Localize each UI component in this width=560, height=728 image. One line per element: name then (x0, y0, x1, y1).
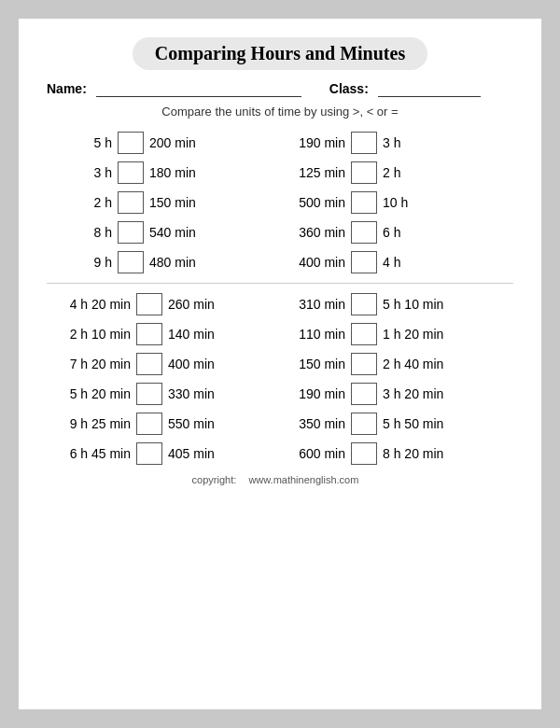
simple-row-left: 5 h 200 min (47, 132, 280, 154)
worksheet-title: Comparing Hours and Minutes (133, 37, 427, 70)
right-value: 260 min (168, 297, 224, 312)
compound-row: 6 h 45 min 405 min 600 min 8 h 20 min (47, 442, 513, 465)
answer-box[interactable] (136, 293, 162, 315)
compound-row: 9 h 25 min 550 min 350 min 5 h 50 min (47, 413, 513, 435)
right-value: 405 min (168, 446, 224, 461)
simple-row: 3 h 180 min 125 min 2 h (47, 161, 513, 184)
answer-box[interactable] (351, 251, 377, 273)
answer-box[interactable] (351, 191, 377, 214)
right2-value: 6 h (383, 225, 420, 240)
answer-box[interactable] (351, 323, 377, 345)
answer-box[interactable] (136, 413, 162, 435)
worksheet-page: Comparing Hours and Minutes Name: Class:… (19, 19, 541, 709)
answer-box[interactable] (351, 221, 377, 244)
answer-box[interactable] (118, 221, 144, 244)
title-wrapper: Comparing Hours and Minutes (47, 37, 513, 70)
right-value: 550 min (168, 416, 224, 431)
compound-section: 4 h 20 min 260 min 310 min 5 h 10 min 2 … (47, 293, 513, 465)
answer-box[interactable] (136, 323, 162, 345)
right2-value: 5 h 10 min (383, 297, 457, 312)
right-value: 400 min (168, 357, 224, 371)
compound-row-right: 600 min 8 h 20 min (280, 442, 513, 465)
simple-row: 8 h 540 min 360 min 6 h (47, 221, 513, 244)
left2-value: 600 min (280, 446, 345, 461)
compound-row: 2 h 10 min 140 min 110 min 1 h 20 min (47, 323, 513, 345)
left-value: 3 h (47, 165, 112, 180)
compound-row-left: 5 h 20 min 330 min (47, 383, 280, 405)
simple-row-right: 500 min 10 h (280, 191, 513, 214)
left2-value: 190 min (280, 135, 345, 150)
instruction-text: Compare the units of time by using >, < … (47, 105, 513, 119)
simple-row-right: 125 min 2 h (280, 161, 513, 184)
compound-row: 7 h 20 min 400 min 150 min 2 h 40 min (47, 353, 513, 375)
simple-row: 5 h 200 min 190 min 3 h (47, 132, 513, 154)
left2-value: 110 min (280, 327, 345, 342)
section-divider (47, 283, 513, 284)
left-value: 6 h 45 min (47, 446, 131, 461)
left2-value: 500 min (280, 195, 345, 210)
right2-value: 5 h 50 min (383, 416, 457, 431)
right2-value: 1 h 20 min (383, 327, 457, 342)
left-value: 5 h (47, 135, 112, 150)
copyright-label: copyright: (192, 474, 237, 485)
left-value: 5 h 20 min (47, 386, 131, 401)
simple-section: 5 h 200 min 190 min 3 h 3 h 180 min 125 … (47, 132, 513, 273)
answer-box[interactable] (351, 442, 377, 465)
name-line (96, 81, 301, 97)
compound-row: 5 h 20 min 330 min 190 min 3 h 20 min (47, 383, 513, 405)
copyright-row: copyright: www.mathinenglish.com (47, 474, 513, 485)
right2-value: 2 h (383, 165, 420, 180)
left2-value: 360 min (280, 225, 345, 240)
left-value: 7 h 20 min (47, 357, 131, 371)
right2-value: 4 h (383, 255, 420, 270)
right2-value: 3 h 20 min (383, 386, 457, 401)
compound-row-left: 9 h 25 min 550 min (47, 413, 280, 435)
compound-row-right: 310 min 5 h 10 min (280, 293, 513, 315)
left-value: 9 h (47, 255, 112, 270)
answer-box[interactable] (351, 293, 377, 315)
left2-value: 125 min (280, 165, 345, 180)
simple-row-left: 3 h 180 min (47, 161, 280, 184)
right-value: 180 min (149, 165, 205, 180)
compound-row-right: 190 min 3 h 20 min (280, 383, 513, 405)
answer-box[interactable] (118, 132, 144, 154)
class-line (378, 81, 481, 97)
compound-row-right: 110 min 1 h 20 min (280, 323, 513, 345)
answer-box[interactable] (136, 353, 162, 375)
answer-box[interactable] (351, 161, 377, 184)
answer-box[interactable] (118, 161, 144, 184)
name-class-row: Name: Class: (47, 81, 513, 97)
right-value: 140 min (168, 327, 224, 342)
answer-box[interactable] (118, 191, 144, 214)
right2-value: 3 h (383, 135, 420, 150)
left-value: 9 h 25 min (47, 416, 131, 431)
answer-box[interactable] (351, 413, 377, 435)
answer-box[interactable] (351, 132, 377, 154)
answer-box[interactable] (351, 383, 377, 405)
answer-box[interactable] (351, 353, 377, 375)
answer-box[interactable] (136, 442, 162, 465)
left-value: 4 h 20 min (47, 297, 131, 312)
simple-row-left: 2 h 150 min (47, 191, 280, 214)
left2-value: 350 min (280, 416, 345, 431)
simple-row: 9 h 480 min 400 min 4 h (47, 251, 513, 273)
compound-row-left: 6 h 45 min 405 min (47, 442, 280, 465)
left2-value: 400 min (280, 255, 345, 270)
compound-row-right: 150 min 2 h 40 min (280, 353, 513, 375)
compound-row: 4 h 20 min 260 min 310 min 5 h 10 min (47, 293, 513, 315)
answer-box[interactable] (136, 383, 162, 405)
left2-value: 310 min (280, 297, 345, 312)
answer-box[interactable] (118, 251, 144, 273)
left2-value: 190 min (280, 386, 345, 401)
simple-row-right: 400 min 4 h (280, 251, 513, 273)
right-value: 540 min (149, 225, 205, 240)
left-value: 8 h (47, 225, 112, 240)
compound-row-right: 350 min 5 h 50 min (280, 413, 513, 435)
simple-row-left: 9 h 480 min (47, 251, 280, 273)
compound-row-left: 2 h 10 min 140 min (47, 323, 280, 345)
right2-value: 10 h (383, 195, 420, 210)
right-value: 200 min (149, 135, 205, 150)
copyright-site: www.mathinenglish.com (248, 474, 358, 485)
simple-row-left: 8 h 540 min (47, 221, 280, 244)
right-value: 480 min (149, 255, 205, 270)
